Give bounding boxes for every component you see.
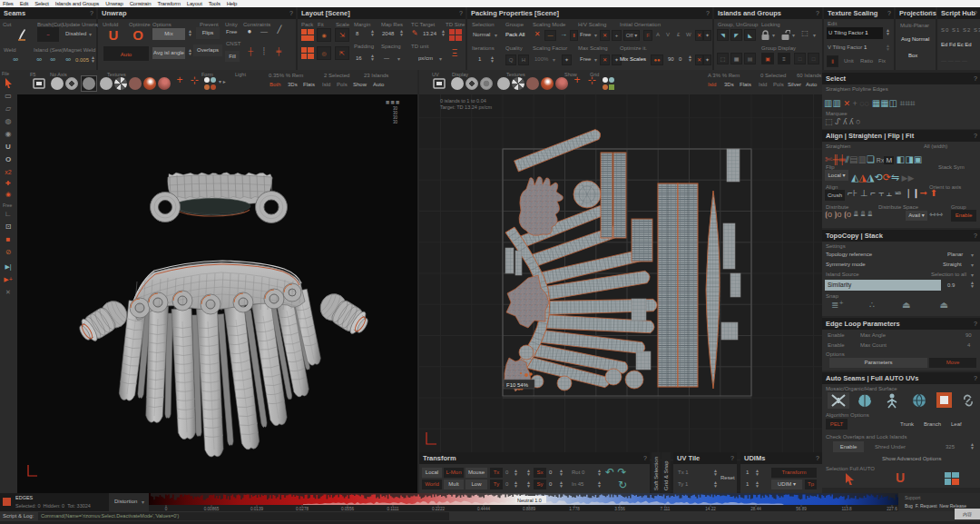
svg-text:Neutral 1.0: Neutral 1.0 bbox=[517, 498, 542, 503]
svg-text:Target: TD 13.24 px/cm: Target: TD 13.24 px/cm bbox=[440, 104, 492, 110]
svg-text:0 islands to 1 to 0.04: 0 islands to 1 to 0.04 bbox=[440, 98, 486, 104]
svg-text:30: 30 bbox=[393, 120, 398, 124]
svg-text:F10 54%: F10 54% bbox=[506, 382, 529, 388]
svg-text:▦ ▦ ▦: ▦ ▦ ▦ bbox=[386, 100, 399, 104]
